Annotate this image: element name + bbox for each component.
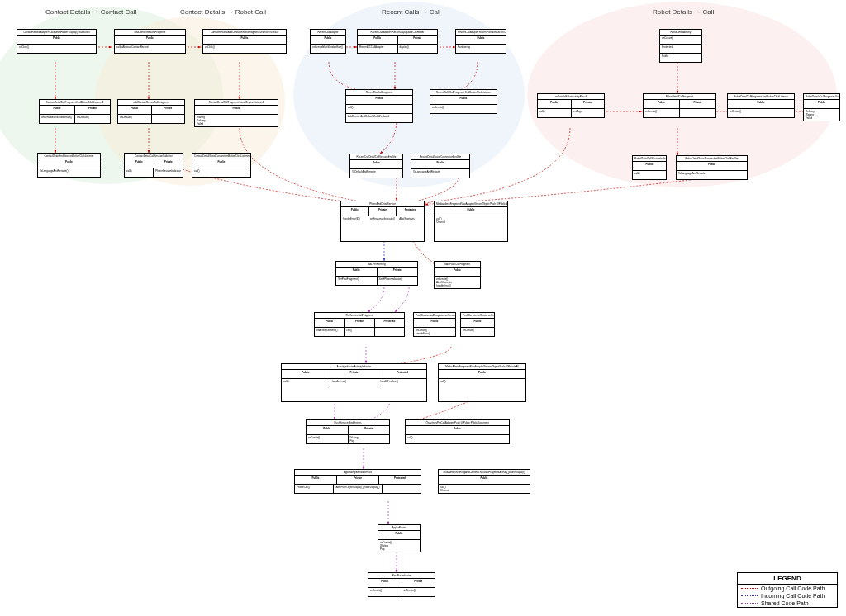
section-label-4: Robot Details → Call [653,8,714,16]
box-b20: RobotDetailCallFragment:EndButtonClickLi… [727,93,795,118]
box-b3: ContactRecord:AddContactRecordFragment:s… [202,29,287,54]
title: RecentCallAdapter:RecentPartitionRecentC… [456,30,506,36]
title: ContactDetailEndSessionButtonClickListen… [38,154,100,159]
box-b34: PushService:BindEntries PublicPrivate on… [306,419,390,444]
box-b24: RobotDetailSocialConnectionButtonClickEn… [676,155,748,180]
box-b25: PhoneAndDetailService PublicPrivateProte… [340,201,425,242]
box-b38: AppToRouter Public onCreate()WaitingPop [378,524,421,552]
section-label-2: Contact Details → Robot Call [180,8,266,16]
title: RecentDetailSocialConnectionEndSte [411,154,469,160]
title: MediaAdminFragmentNowAdapterStreamObject… [439,364,525,370]
title: RecentCallsCallFragment:EndButtonClickLi… [430,90,497,96]
box-b35: OnActivityProCallAdapter:Push:UIPublic:P… [405,419,510,444]
box-b29: OutServiceCallFragment PublicPrivateProt… [314,312,405,337]
title: RobotDetailCallFragment [644,94,715,100]
box-b17: RobotDetailActivity onCreate() Protected… [659,29,702,63]
box-b18: onDetailsRobotActivityResult PublicPriva… [537,93,605,118]
title: PushService:onCreate:onFinished [461,313,494,319]
title: RobotDetailCallSessionIndicator [633,156,666,162]
title: PushService:BindEntries [307,420,389,426]
title: RecentCallAdapter [311,30,345,36]
legend-title: LEGEND [738,573,837,585]
title: SALPerForming [336,262,417,268]
box-b1: ContactRecordAdapter:CallButtonHolder:Di… [17,29,97,54]
box-b10: RecentCallAdapter Public onCreateMultiWi… [310,29,346,54]
box-b19: RobotDetailCallFragment PublicPrivate on… [643,93,716,118]
box-b28: SACPushCallFragment Public onCreate()Abs… [434,261,481,289]
title: PushService:callFragment:onCreate [414,313,455,319]
title: RobotDetailCallFragment:EndButtonClickLi… [728,94,794,100]
box-b9: ContactDetailSocialConnectionButtonClick… [192,153,251,178]
box-b36: AppendingMethodService PublicPrivateProt… [294,469,421,494]
box-b21: RobotDetailsCallFragment:SocialEngineEnd… [803,93,840,121]
box-b13: RecentDialCallFragment Public call() Add… [345,89,413,123]
title: ContactDetailCallFragment:EndButtonClick… [40,100,110,106]
section-label-3: Recent Calls → Call [382,8,441,16]
legend-shared: Shared Code Path [738,599,837,607]
title: OutServiceCallFragment [315,313,404,319]
box-b26: MediaAdminFragmentNowAdapterStreamObject… [434,201,508,242]
title: ContactDetailCallSessionIndicator [125,154,183,159]
legend: LEGEND Outgoing Call Code Path Incoming … [737,572,838,608]
title: ContactRecord:AddContactRecordFragment:s… [203,30,286,36]
box-b33: MediaAdminFragmentNowAdapterStreamObject… [438,363,526,402]
section-label-1: Contact Details → Contact Call [45,8,136,16]
title: PostBusIndicator [368,573,435,579]
title: addContactRecordCallFragment [118,100,184,106]
title: ContactDetailCallFragment:SocialEngineLi… [195,100,278,106]
title: AppToRouter [378,525,420,531]
box-b16: RecentDetailSocialConnectionEndSte Publi… [411,154,470,178]
title: RobotDetailsCallFragment:SocialEngineEnd… [804,94,839,100]
title: onDetailsRobotActivityResult [538,94,604,100]
box-b2: addContactRecordFragment Public call():A… [114,29,186,54]
title: RecentCallDetailCallSessionEndSte [350,154,402,160]
box-b30: PushService:callFragment:onCreate Public… [413,312,456,337]
box-b37: StubAdminIncomingAndConnect:StructAllFra… [438,469,530,494]
box-b6: ContactDetailCallFragment:SocialEngineLi… [194,99,278,127]
title: RecentCallAdapter:RecentDisplayableCallH… [358,30,437,36]
box-b27: SALPerForming PublicPrivate GetPostFragm… [335,261,418,286]
legend-outgoing: Outgoing Call Code Path [738,585,837,592]
title: addContactRecordFragment [115,30,185,36]
box-b5: addContactRecordCallFragment PublicPriva… [117,99,185,124]
box-b12: RecentCallAdapter:RecentPartitionRecentC… [455,29,506,54]
title: ContactDetailSocialConnectionButtonClick… [192,154,250,159]
title: ActivityIndicatorActivityIndicator [282,364,426,370]
box-b23: RobotDetailCallSessionIndicator Public c… [632,155,667,180]
legend-incoming: Incoming Call Code Path [738,592,837,599]
title: RecentDialCallFragment [346,90,412,96]
box-b15: RecentCallDetailCallSessionEndSte Public… [349,154,403,178]
title: StubAdminIncomingAndConnect:StructAllFra… [439,470,530,476]
title: ContactRecordAdapter:CallButtonHolder:Di… [17,30,96,36]
title: AppendingMethodService [295,470,421,476]
title: RobotDetailActivity [660,30,701,36]
title: RobotDetailSocialConnectionButtonClickEn… [677,156,747,162]
box-b8: ContactDetailCallSessionIndicator Public… [124,153,183,178]
box-b11: RecentCallAdapter:RecentDisplayableCallH… [357,29,438,54]
box-b39: PostBusIndicator PublicPrivate onCreate(… [368,572,435,597]
title: MediaAdminFragmentNowAdapterStreamObject… [435,201,507,207]
title: SACPushCallFragment [435,262,480,268]
box-b31: PushService:onCreate:onFinished Public o… [460,312,495,337]
box-b4: ContactDetailCallFragment:EndButtonClick… [39,99,111,124]
box-b14: RecentCallsCallFragment:EndButtonClickLi… [430,89,497,114]
box-b7: ContactDetailEndSessionButtonClickListen… [37,153,101,178]
title: OnActivityProCallAdapter:Push:UIPublic:P… [406,420,509,426]
title: PhoneAndDetailService [341,201,424,207]
box-b32: ActivityIndicatorActivityIndicator Publi… [281,363,427,402]
